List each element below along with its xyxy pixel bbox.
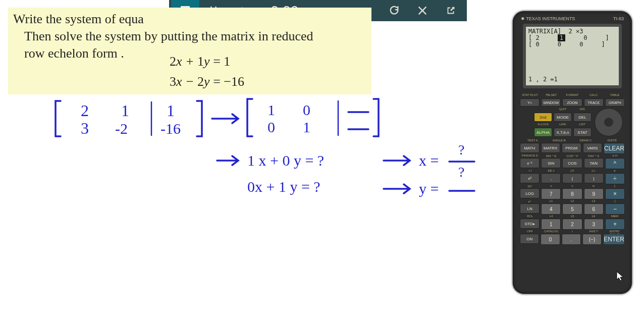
key-trace[interactable]: TRACE (584, 98, 604, 107)
key-alpha[interactable]: ALPHA (534, 128, 552, 137)
key-x[interactable]: x⁻¹ (520, 158, 540, 168)
key-[interactable]: . (562, 234, 581, 245)
key-4[interactable]: 4 (541, 203, 561, 215)
handwritten-work: 2 1 1 3 -2 -16 1 0 0 1 1 x + 0 y = ? 0x … (50, 96, 495, 212)
svg-text:-16: -16 (160, 120, 181, 137)
svg-text:x =: x = (419, 152, 439, 169)
key-math[interactable]: MATH (520, 143, 540, 153)
key-[interactable]: ( (562, 173, 582, 183)
key-y-equals[interactable]: Y= (520, 98, 540, 107)
svg-text:1: 1 (121, 101, 129, 120)
key-6[interactable]: 6 (584, 203, 604, 215)
key-on[interactable]: ON (520, 234, 539, 244)
key-enter[interactable]: ENTER (603, 234, 625, 245)
calculator-brand: ✸ TEXAS INSTRUMENTS TI-83 (517, 15, 628, 22)
key-9[interactable]: 9 (584, 188, 604, 199)
top-super-labels: STAT PLOTTBLSETFORMATCALCTABLE (520, 93, 625, 97)
key-2[interactable]: 2 (562, 219, 582, 230)
key-tan[interactable]: TAN (584, 158, 604, 168)
problem-line-2: Then solve the system by putting the mat… (13, 28, 366, 45)
key-[interactable]: × (605, 188, 625, 199)
equation-2: 3x − 2y = −16 (170, 73, 244, 90)
key-sto[interactable]: STO▸ (520, 219, 540, 229)
key-prgm[interactable]: PRGM (562, 143, 581, 153)
svg-text:1: 1 (303, 119, 310, 135)
key-7[interactable]: 7 (541, 188, 561, 199)
key-x[interactable]: x² (520, 173, 540, 183)
key-xt[interactable]: X,T,θ,n (554, 128, 572, 137)
svg-text:2: 2 (81, 101, 89, 120)
key-del[interactable]: DEL (573, 113, 592, 122)
svg-text:0x  + 1 y = ?: 0x + 1 y = ? (247, 178, 320, 195)
svg-text:0: 0 (267, 119, 275, 135)
key-graph[interactable]: GRAPH (605, 98, 625, 107)
key-window[interactable]: WINDOW (541, 98, 561, 107)
screen-row-2: [ 0 0 0 ] (528, 41, 616, 48)
popout-button[interactable] (437, 0, 465, 21)
key-sin[interactable]: SIN (541, 158, 561, 168)
svg-text:?: ? (458, 164, 464, 180)
key-zoom[interactable]: ZOOM (562, 98, 582, 107)
key-8[interactable]: 8 (562, 188, 582, 199)
key-[interactable]: ^ (605, 158, 625, 169)
key-2nd[interactable]: 2nd (534, 113, 552, 122)
directional-pad[interactable] (595, 108, 623, 136)
svg-text:1 x  + 0 y = ?: 1 x + 0 y = ? (247, 152, 324, 169)
key-[interactable]: , (541, 173, 561, 183)
key-[interactable]: ÷ (605, 173, 625, 184)
svg-text:1: 1 (167, 101, 175, 120)
key-mode[interactable]: MODE (554, 113, 572, 122)
svg-text:-2: -2 (115, 120, 128, 137)
screen-status: 1 , 2 =1 (528, 76, 558, 83)
close-button[interactable] (408, 0, 437, 21)
key-[interactable]: + (605, 219, 625, 230)
svg-text:0: 0 (303, 101, 310, 118)
key-stat[interactable]: STAT (573, 128, 592, 137)
key-[interactable]: ) (584, 173, 604, 183)
key-matrx[interactable]: MATRX (541, 143, 561, 153)
problem-statement: Write the system of equa Then solve the … (8, 8, 371, 94)
key-ln[interactable]: LN (520, 203, 540, 214)
replay-button[interactable] (380, 0, 408, 21)
key-0[interactable]: 0 (541, 234, 560, 245)
problem-line-1: Write the system of equa (13, 11, 366, 28)
key-[interactable]: − (605, 203, 625, 215)
svg-text:?: ? (458, 142, 464, 158)
svg-text:3: 3 (81, 119, 89, 137)
key-5[interactable]: 5 (562, 203, 582, 215)
ti83-calculator: ✸ TEXAS INSTRUMENTS TI-83 MATRIX[A] 2 ×3… (513, 11, 632, 294)
svg-text:y =: y = (419, 180, 439, 197)
key-log[interactable]: LOG (520, 188, 540, 198)
svg-text:1: 1 (267, 101, 275, 118)
key-1[interactable]: 1 (541, 219, 561, 230)
equation-1: 2x + 1y = 1 (170, 53, 244, 70)
key-vars[interactable]: VARS (583, 143, 603, 153)
key-cos[interactable]: COS (562, 158, 582, 168)
key-[interactable]: (−) (582, 234, 602, 245)
key-3[interactable]: 3 (584, 219, 604, 230)
calculator-screen: MATRIX[A] 2 ×3 [ 2 1 0 ] [ 0 0 0 ] 1 , 2… (523, 24, 622, 88)
key-clear[interactable]: CLEAR (604, 143, 625, 154)
